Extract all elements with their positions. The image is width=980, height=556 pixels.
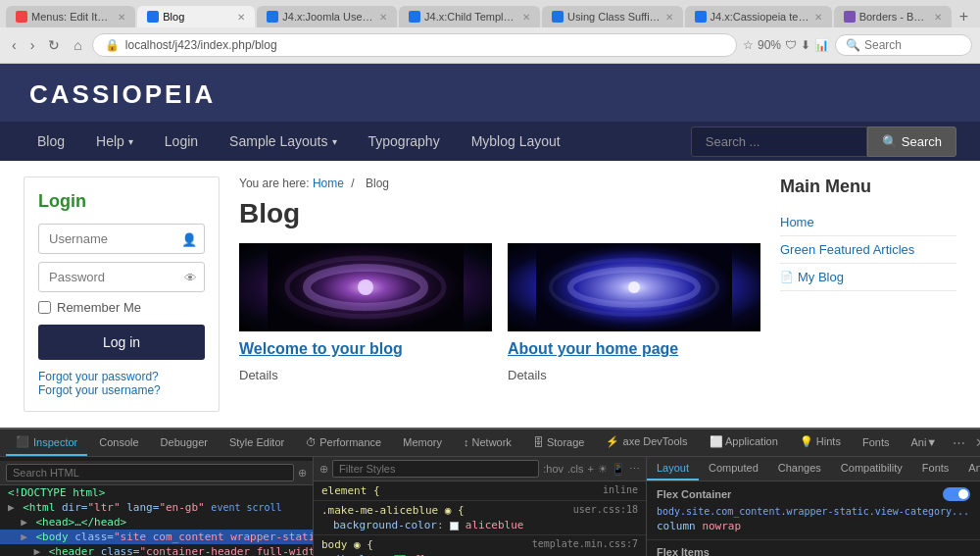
nav-help[interactable]: Help ▾ xyxy=(82,122,147,161)
password-input[interactable] xyxy=(38,262,205,292)
tab-child[interactable]: J4.x:Child Templates - Joo... ✕ xyxy=(399,6,540,27)
flex-container-header: Flex Container xyxy=(657,487,970,504)
lt-tab-changes[interactable]: Changes xyxy=(768,457,831,480)
tab-title-menus: Menus: Edit Item - J42 ... xyxy=(31,11,114,23)
remember-checkbox[interactable] xyxy=(38,301,51,314)
article-1-title[interactable]: Welcome to your blog xyxy=(239,339,492,360)
html-line-header[interactable]: ▶ <header class="container-header full-w… xyxy=(0,544,313,556)
forgot-username-link[interactable]: Forgot your username? xyxy=(38,383,205,397)
article-2-details[interactable]: Details xyxy=(508,368,760,382)
logo-bar: CASSIOPEIA xyxy=(0,64,980,122)
browser-search-input[interactable] xyxy=(864,38,943,52)
dt-tab-memory[interactable]: Memory xyxy=(393,430,452,456)
tab-close-bootstrap[interactable]: ✕ xyxy=(934,12,942,23)
dt-tab-ani[interactable]: Ani▼ xyxy=(901,430,947,456)
tab-favicon-cassiopeia xyxy=(695,11,707,23)
html-line-doctype[interactable]: <!DOCTYPE html> xyxy=(0,485,313,500)
dt-tab-style-editor[interactable]: Style Editor xyxy=(220,430,294,456)
dt-tab-network[interactable]: ↕ Network xyxy=(454,430,521,456)
article-1-image xyxy=(239,243,492,331)
dt-tab-debugger[interactable]: Debugger xyxy=(151,430,218,456)
browser-search-box[interactable]: 🔍 xyxy=(835,34,972,56)
lt-tab-fonts[interactable]: Fonts xyxy=(912,457,959,480)
tab-menus[interactable]: Menus: Edit Item - J42 ... ✕ xyxy=(6,6,135,27)
tab-close-suffixes[interactable]: ✕ xyxy=(665,12,673,23)
more-icon[interactable]: ⋯ xyxy=(629,463,640,476)
nav-login[interactable]: Login xyxy=(151,122,212,161)
tab-cassiopeia[interactable]: J4.x:Cassiopeia templateDe... ✕ xyxy=(685,6,832,27)
dt-tab-performance[interactable]: ⏱ Performance xyxy=(296,430,391,456)
styles-panel: ⊕ :hov .cls + ☀ 📱 ⋯ element { inline .ma… xyxy=(314,457,647,556)
add-rule[interactable]: + xyxy=(588,463,594,476)
dt-tab-inspector[interactable]: ⬛ Inspector xyxy=(6,430,87,456)
username-input[interactable] xyxy=(38,224,205,254)
site-search-input[interactable] xyxy=(691,126,867,157)
tab-close-manual[interactable]: ✕ xyxy=(379,12,387,23)
dt-tab-storage[interactable]: 🗄 Storage xyxy=(523,430,595,456)
sidebar-left: Login 👤 👁 Remember Me Log in Forgot your… xyxy=(24,177,220,412)
html-arrow-1[interactable]: ▶ xyxy=(8,501,15,514)
bookmark-icon[interactable]: ☆ xyxy=(743,38,754,52)
tab-close-blog[interactable]: ✕ xyxy=(237,12,245,23)
site-search-button[interactable]: 🔍 Search xyxy=(867,126,956,157)
html-arrow-4[interactable]: ▶ xyxy=(34,545,41,556)
menu-green-articles-link[interactable]: Green Featured Articles xyxy=(780,242,914,257)
download-icon[interactable]: ⬇ xyxy=(801,38,810,52)
html-arrow-3[interactable]: ▶ xyxy=(21,531,27,543)
tab-manual[interactable]: J4.x:Joomla User Manual ... ✕ xyxy=(257,6,397,27)
html-line-head[interactable]: ▶ <head>…</head> xyxy=(0,515,313,530)
dt-tab-console[interactable]: Console xyxy=(89,430,148,456)
article-1-details[interactable]: Details xyxy=(239,368,492,382)
lt-tab-compat[interactable]: Compatibility xyxy=(831,457,912,480)
dt-tab-hints[interactable]: 💡 Hints xyxy=(790,430,851,456)
tab-suffixes[interactable]: Using Class Suffixes - Joo... ✕ xyxy=(542,6,683,27)
nav-blog[interactable]: Blog xyxy=(24,122,78,161)
forgot-password-link[interactable]: Forgot your password? xyxy=(38,370,205,383)
html-search-options[interactable]: ⊕ xyxy=(298,467,307,480)
layout-panel: Layout Computed Changes Compatibility Fo… xyxy=(647,457,980,556)
tab-bootstrap[interactable]: Borders - Bootstrap ✕ xyxy=(834,6,952,27)
lt-tab-computed[interactable]: Computed xyxy=(699,457,768,480)
tab-close-cassiopeia[interactable]: ✕ xyxy=(814,12,822,23)
html-line-html[interactable]: ▶ <html dir="ltr" lang="en-gb" event scr… xyxy=(0,500,313,515)
hover-toggle[interactable]: :hov xyxy=(543,463,564,476)
forward-button[interactable]: › xyxy=(26,35,39,55)
login-button[interactable]: Log in xyxy=(38,325,205,360)
eye-icon[interactable]: 👁 xyxy=(184,270,197,284)
filter-styles-input[interactable] xyxy=(332,460,539,478)
nav-sample-layouts[interactable]: Sample Layouts ▾ xyxy=(216,122,350,161)
article-2-title[interactable]: About your home page xyxy=(508,339,760,360)
tab-close-child[interactable]: ✕ xyxy=(522,12,530,23)
media-toggle[interactable]: 📱 xyxy=(612,463,625,476)
menu-myblog-link[interactable]: 📄 My Blog xyxy=(780,270,956,284)
lt-tab-layout[interactable]: Layout xyxy=(647,457,699,480)
dt-tab-fonts[interactable]: Fonts xyxy=(853,430,900,456)
svg-point-7 xyxy=(628,281,640,293)
dt-tab-axe[interactable]: ⚡ axe DevTools xyxy=(596,430,697,456)
stats-icon[interactable]: 📊 xyxy=(814,38,829,52)
tab-close-menus[interactable]: ✕ xyxy=(118,12,125,23)
tab-blog[interactable]: Blog ✕ xyxy=(137,6,255,27)
class-toggle[interactable]: .cls xyxy=(567,463,584,476)
html-search-input[interactable] xyxy=(6,464,294,481)
breadcrumb-home[interactable]: Home xyxy=(313,177,344,190)
nav-myblog[interactable]: Myblog Layout xyxy=(458,122,574,161)
home-button[interactable]: ⌂ xyxy=(70,35,85,55)
shield-icon[interactable]: 🛡 xyxy=(785,38,797,52)
new-tab-button[interactable]: + xyxy=(954,8,974,25)
reload-button[interactable]: ↻ xyxy=(44,35,64,55)
html-line-body[interactable]: ▶ <body class="site com_content wrapper-… xyxy=(0,530,313,544)
tab-title-manual: J4.x:Joomla User Manual ... xyxy=(282,11,375,23)
dt-tab-application[interactable]: ⬜ Application xyxy=(700,430,788,456)
address-input-container[interactable]: 🔒 localhost/j423/index.php/blog xyxy=(92,33,737,57)
devtools-more[interactable]: ⋯ xyxy=(949,431,969,454)
search-form: 🔍 Search xyxy=(691,126,956,157)
devtools-close[interactable]: ✕ xyxy=(971,431,980,454)
html-arrow-2[interactable]: ▶ xyxy=(21,516,27,529)
nav-typography[interactable]: Typography xyxy=(355,122,454,161)
dark-toggle[interactable]: ☀ xyxy=(598,463,608,476)
lt-tab-ani[interactable]: Ani▼ xyxy=(958,457,980,480)
menu-home-link[interactable]: Home xyxy=(780,215,814,229)
flex-toggle[interactable] xyxy=(943,487,970,504)
back-button[interactable]: ‹ xyxy=(8,35,21,55)
